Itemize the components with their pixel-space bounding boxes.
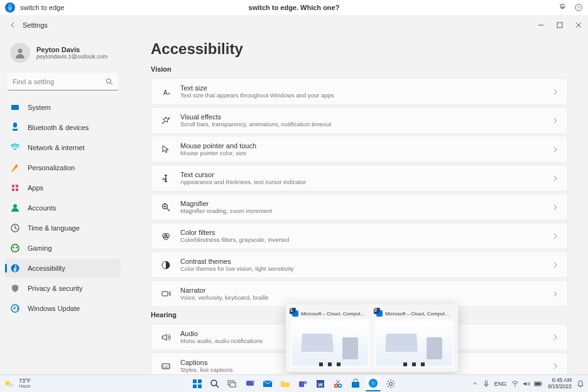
file-explorer-icon[interactable]	[278, 376, 293, 391]
minimize-button[interactable]	[531, 15, 550, 35]
card-contrast-themes[interactable]: Contrast themes Color themes for low vis…	[151, 251, 568, 278]
card-icon: CC	[160, 361, 172, 372]
card-text-size[interactable]: AA Text size Text size that appears thro…	[151, 78, 568, 105]
settings-icon[interactable]	[383, 376, 398, 391]
nav-label: Gaming	[28, 244, 52, 252]
nav-icon	[10, 223, 20, 233]
nav-item-accounts[interactable]: Accounts	[5, 199, 121, 217]
profile-name: Peyton Davis	[36, 46, 107, 53]
nav-icon	[10, 243, 20, 253]
nav-item-windows-update[interactable]: Windows Update	[5, 299, 121, 318]
svg-point-48	[369, 379, 378, 388]
nav-label: Personalization	[28, 164, 75, 172]
svg-rect-6	[12, 185, 14, 187]
card-text-cursor[interactable]: Ab Text cursor Appearance and thickness,…	[151, 165, 568, 192]
cortana-response: switch to edge. Which one?	[249, 4, 340, 11]
tray-chevron-icon[interactable]	[472, 381, 478, 387]
svg-rect-53	[535, 383, 540, 385]
window-preview[interactable]: 1 Microsoft – Cloud, Computers, ...	[290, 308, 370, 368]
nav-item-network-internet[interactable]: Network & internet	[5, 138, 121, 157]
svg-point-12	[11, 244, 19, 252]
nav-item-apps[interactable]: Apps	[5, 178, 121, 197]
cortana-search-text[interactable]: switch to edge	[20, 4, 64, 11]
voice-icon[interactable]	[5, 3, 15, 13]
taskbar-apps: W	[190, 376, 398, 391]
weather-cond: Haze	[19, 384, 31, 389]
window-preview[interactable]: 2 Microsoft – Cloud, Computers, ...	[374, 308, 454, 368]
card-mouse-pointer-and-touch[interactable]: Mouse pointer and touch Mouse pointer co…	[151, 136, 568, 163]
start-button[interactable]	[190, 376, 205, 391]
card-icon: AA	[160, 86, 172, 97]
svg-point-14	[16, 247, 17, 248]
nav-icon	[10, 163, 20, 173]
clock[interactable]: 6:45 AM 9/15/2022	[548, 378, 572, 389]
battery-icon[interactable]	[534, 381, 543, 386]
word-icon[interactable]: W	[313, 376, 328, 391]
date: 9/15/2022	[548, 384, 572, 389]
card-visual-effects[interactable]: Visual effects Scroll bars, transparency…	[151, 107, 568, 134]
close-button[interactable]	[569, 15, 588, 35]
nav-label: Apps	[28, 184, 43, 192]
svg-text:A: A	[168, 92, 170, 95]
volume-icon[interactable]	[523, 381, 530, 387]
card-narrator[interactable]: Narrator Voice, verbosity, keyboard, bra…	[151, 280, 568, 307]
card-desc: Color themes for low vision, light sensi…	[180, 265, 543, 272]
card-icon	[160, 144, 172, 155]
search-settings-box[interactable]	[8, 73, 118, 90]
edge-icon[interactable]	[366, 376, 381, 391]
window-title: Settings	[23, 21, 48, 29]
teams-chat-button[interactable]	[242, 376, 258, 391]
nav-icon	[10, 143, 20, 153]
chevron-right-icon	[552, 117, 558, 124]
nav-item-bluetooth-devices[interactable]: Bluetooth & devices	[5, 118, 121, 137]
nav-item-system[interactable]: System	[5, 98, 121, 117]
svg-rect-8	[12, 188, 14, 191]
nav-item-accessibility[interactable]: Accessibility	[5, 259, 121, 278]
nav-item-personalization[interactable]: Personalization	[5, 158, 121, 177]
nav-item-gaming[interactable]: Gaming	[5, 239, 121, 258]
svg-point-19	[168, 117, 170, 119]
wifi-icon[interactable]	[511, 381, 519, 387]
snipping-tool-icon[interactable]	[330, 376, 346, 391]
outlook-icon[interactable]	[260, 376, 275, 391]
notifications-icon[interactable]	[577, 380, 584, 388]
task-view-button[interactable]	[225, 376, 240, 391]
nav-item-privacy-security[interactable]: Privacy & security	[5, 279, 121, 298]
chevron-right-icon	[552, 146, 558, 153]
card-title: Text cursor	[180, 171, 543, 178]
language-indicator[interactable]: ENG	[494, 381, 507, 387]
nav-icon	[10, 203, 20, 213]
search-settings-input[interactable]	[13, 78, 113, 85]
maximize-button[interactable]	[550, 15, 569, 35]
store-icon[interactable]	[348, 376, 363, 391]
nav-item-time-language[interactable]: Time & language	[5, 219, 121, 237]
card-magnifier[interactable]: Magnifier Magnifier reading, zoom increm…	[151, 193, 568, 220]
svg-point-13	[13, 247, 14, 248]
card-icon	[160, 288, 172, 300]
card-color-filters[interactable]: Color filters Colorblindness filters, gr…	[151, 222, 568, 249]
profile-email: peytondavis.1@outlook.com	[36, 53, 107, 60]
svg-text:?: ?	[577, 6, 580, 10]
mic-tray-icon[interactable]	[483, 380, 489, 388]
card-title: Contrast themes	[180, 258, 543, 265]
nav-label: Accessibility	[28, 264, 65, 272]
card-desc: Magnifier reading, zoom increment	[180, 207, 543, 214]
svg-text:W: W	[318, 381, 323, 387]
svg-point-49	[389, 382, 393, 385]
teams-icon[interactable]	[295, 376, 310, 391]
nav-label: Windows Update	[28, 305, 80, 312]
chevron-right-icon	[552, 175, 558, 182]
back-button[interactable]	[8, 20, 18, 30]
nav-icon	[10, 183, 20, 193]
chevron-right-icon	[552, 291, 558, 297]
profile[interactable]: Peyton Davis peytondavis.1@outlook.com	[5, 40, 121, 70]
svg-rect-35	[198, 384, 202, 388]
nav-icon	[10, 303, 20, 313]
help-icon[interactable]: ?	[574, 3, 583, 12]
chevron-right-icon	[552, 89, 558, 95]
settings-gear-icon[interactable]	[558, 3, 567, 12]
weather-widget[interactable]: 73°F Haze	[4, 378, 31, 389]
preview-title: Microsoft – Cloud, Computers, ...	[301, 311, 368, 317]
search-button[interactable]	[207, 376, 222, 391]
svg-rect-50	[485, 381, 487, 384]
